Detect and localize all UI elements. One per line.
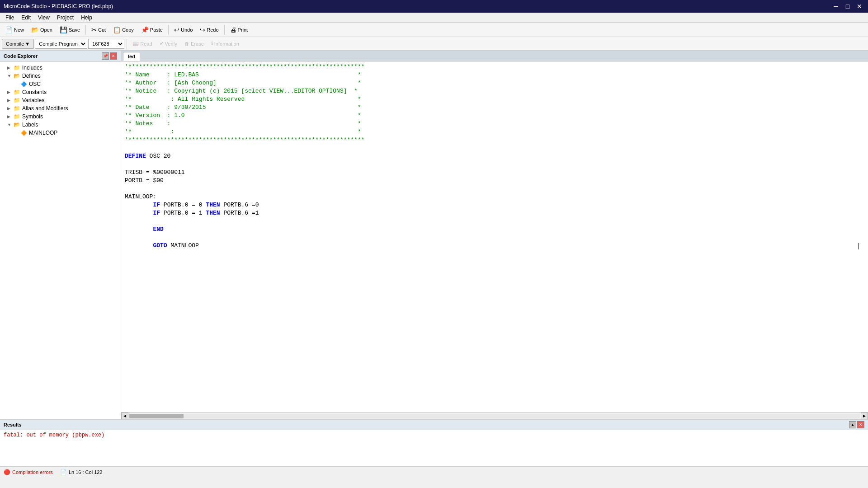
expand-defines-icon: ▼	[7, 74, 12, 78]
compile-button[interactable]: Compile ▼	[2, 39, 34, 49]
code-line: END	[121, 226, 868, 234]
editor-wrapper: led '***********************************…	[121, 51, 868, 419]
code-line: '* Notice : Copyright (c) 2015 [select V…	[121, 88, 868, 96]
tree-item-variables[interactable]: ▶ 📁 Variables	[0, 96, 121, 104]
code-text	[125, 242, 153, 249]
maximize-button[interactable]: □	[843, 1, 853, 11]
results-error-text: fatal: out of memory (pbpw.exe)	[4, 432, 104, 438]
code-line: '* Notes : *	[121, 120, 868, 128]
code-line: TRISB = %00000011	[121, 169, 868, 177]
print-icon: 🖨	[230, 26, 236, 33]
code-line: '* : *	[121, 128, 868, 136]
undo-button[interactable]: ↩ Undo	[171, 24, 196, 36]
compile-program-select[interactable]: Compile Program Compile File	[35, 39, 87, 49]
erase-label: Erase	[191, 41, 204, 47]
code-text: '* Version : 1.0 *	[125, 112, 361, 119]
print-label: Print	[238, 27, 248, 33]
copy-button[interactable]: 📋 Copy	[110, 24, 137, 36]
code-text: '* Notes : *	[125, 120, 361, 127]
explorer-pin-button[interactable]: 📌	[102, 52, 109, 60]
new-button[interactable]: 📄 New	[2, 24, 27, 36]
close-button[interactable]: ✕	[854, 1, 864, 11]
tree-item-labels[interactable]: ▼ 📂 Labels	[0, 121, 121, 129]
tab-led[interactable]: led	[123, 52, 140, 61]
erase-button[interactable]: 🗑 Erase	[181, 39, 207, 49]
verify-icon: ✔	[160, 41, 164, 47]
code-text	[125, 258, 128, 265]
tree-item-osc[interactable]: 🔷 OSC	[0, 80, 121, 88]
tree-item-constants[interactable]: ▶ 📁 Constants	[0, 88, 121, 96]
editor-content[interactable]: '***************************************…	[121, 61, 868, 412]
menu-project[interactable]: Project	[53, 14, 77, 22]
results-header-controls: ▲ ✕	[849, 421, 864, 428]
horizontal-scrollbar[interactable]: ◀ ▶	[121, 412, 868, 419]
code-text: '* : All Rights Reserved *	[125, 96, 361, 103]
code-text: THEN	[206, 202, 223, 208]
open-button[interactable]: 📂 Open	[28, 24, 56, 36]
titlebar-title: MicroCode Studio - PICBASIC PRO (led.pbp…	[4, 3, 113, 9]
tree-item-defines[interactable]: ▼ 📂 Defines	[0, 72, 121, 80]
paste-button[interactable]: 📌 Paste	[138, 24, 166, 36]
cut-button[interactable]: ✂ Cut	[88, 24, 109, 36]
code-text	[125, 226, 153, 233]
expand-symbols-icon: ▶	[7, 114, 12, 119]
erase-icon: 🗑	[184, 41, 189, 47]
code-text: PORTB.0 = 0	[164, 202, 206, 208]
save-button[interactable]: 💾 Save	[57, 24, 83, 36]
results-close-button[interactable]: ✕	[857, 421, 864, 428]
print-button[interactable]: 🖨 Print	[227, 24, 251, 36]
verify-button[interactable]: ✔ Verify	[156, 39, 181, 49]
menu-view[interactable]: View	[34, 14, 53, 22]
code-text	[125, 185, 128, 192]
code-text: MAINLOOP:	[125, 193, 156, 200]
code-text: PORTB.6 =1	[223, 210, 259, 216]
position-label: Ln 16 : Col 122	[69, 469, 103, 475]
scroll-left-arrow[interactable]: ◀	[121, 413, 128, 420]
scroll-track[interactable]	[129, 414, 860, 418]
results-header: Results ▲ ✕	[0, 420, 868, 430]
read-button[interactable]: 📖 Read	[129, 39, 155, 49]
constants-label: Constants	[22, 89, 47, 95]
code-explorer: Code Explorer 📌 ✕ ▶ 📁 Includes ▼ 📂 Defin…	[0, 51, 121, 419]
error-icon: 🔴	[4, 469, 10, 475]
code-line: IF PORTB.0 = 1 THEN PORTB.6 =1	[121, 210, 868, 218]
tab-led-label: led	[128, 54, 135, 59]
symbols-folder-icon: 📁	[14, 113, 20, 120]
code-text: IF	[153, 210, 163, 216]
explorer-controls: 📌 ✕	[102, 52, 117, 60]
symbols-label: Symbols	[22, 113, 43, 120]
new-icon: 📄	[5, 26, 13, 33]
code-line	[121, 258, 868, 267]
menu-help[interactable]: Help	[77, 14, 96, 22]
code-text: '* Notice : Copyright (c) 2015 [select V…	[125, 88, 358, 94]
redo-button[interactable]: ↪ Redo	[197, 24, 222, 36]
separator-1	[85, 25, 86, 35]
tree-item-mainloop[interactable]: 🔶 MAINLOOP	[0, 129, 121, 137]
scroll-right-arrow[interactable]: ▶	[861, 413, 868, 420]
tree-item-symbols[interactable]: ▶ 📁 Symbols	[0, 113, 121, 121]
code-text	[125, 145, 128, 151]
open-icon: 📂	[31, 26, 39, 33]
code-text	[125, 234, 128, 241]
compile-label: Compile	[6, 41, 24, 47]
redo-label: Redo	[207, 27, 218, 33]
labels-label: Labels	[22, 122, 38, 128]
copy-label: Copy	[122, 27, 134, 33]
results-panel: Results ▲ ✕ fatal: out of memory (pbpw.e…	[0, 419, 868, 466]
expand-variables-icon: ▶	[7, 98, 12, 103]
tree-item-alias[interactable]: ▶ 📁 Alias and Modifiers	[0, 104, 121, 113]
chip-select[interactable]: 16F628 16F84 16F877	[88, 39, 124, 49]
information-button[interactable]: ℹ Information	[208, 39, 242, 49]
status-error: 🔴 Compilation errors	[4, 469, 53, 475]
menu-edit[interactable]: Edit	[18, 14, 34, 22]
results-title: Results	[4, 422, 22, 427]
results-expand-button[interactable]: ▲	[849, 421, 856, 428]
explorer-close-button[interactable]: ✕	[110, 52, 117, 60]
minimize-button[interactable]: ─	[831, 1, 841, 11]
code-line	[121, 145, 868, 153]
position-icon: 📄	[60, 469, 67, 475]
scroll-thumb[interactable]	[129, 414, 184, 418]
status-position: 📄 Ln 16 : Col 122	[60, 469, 103, 475]
menu-file[interactable]: File	[2, 14, 18, 22]
tree-item-includes[interactable]: ▶ 📁 Includes	[0, 64, 121, 72]
